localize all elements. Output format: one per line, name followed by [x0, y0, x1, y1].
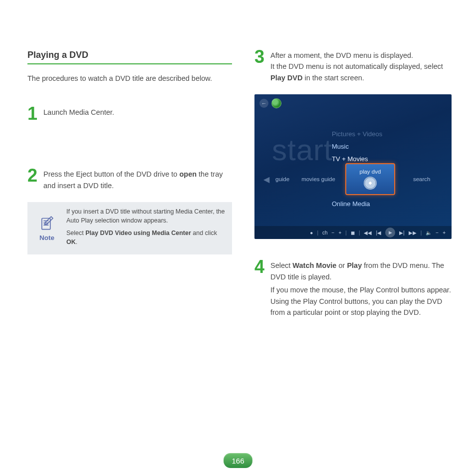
note-box: Note If you insert a DVD title without s…: [27, 202, 232, 254]
nav-movies-guide[interactable]: movies guide: [301, 176, 335, 182]
play-icon: ▶: [389, 230, 392, 235]
forward-button[interactable]: ▶▶: [409, 230, 417, 236]
play-dvd-tile[interactable]: play dvd: [345, 163, 395, 195]
prev-button[interactable]: |◀: [376, 230, 381, 236]
menu-music[interactable]: Music: [332, 143, 382, 150]
next-button[interactable]: ▶|: [399, 230, 405, 236]
note-pencil-icon: [38, 214, 55, 231]
step-2: 2 Press the Eject button of the DVD driv…: [27, 168, 232, 191]
text: If you move the mouse, the Play Control …: [270, 284, 454, 318]
text: Select: [270, 261, 292, 269]
bold: Play DVD Video using Media Center: [85, 230, 191, 237]
section-title: Playing a DVD: [27, 50, 232, 64]
step-text: After a moment, the DVD menu is displaye…: [270, 49, 454, 83]
play-button[interactable]: ▶: [385, 228, 395, 238]
note-text: If you insert a DVD title without starti…: [66, 207, 227, 225]
separator: |: [421, 230, 422, 236]
page-number: 166: [224, 453, 252, 468]
volume-icon[interactable]: 🔈: [426, 230, 432, 236]
text: It the DVD menu is not automatically dis…: [270, 62, 443, 70]
text: and click: [191, 230, 217, 237]
step-number: 2: [27, 168, 38, 184]
step-text: Press the Eject button of the DVD drive …: [43, 168, 232, 191]
stop-button[interactable]: ◼: [351, 230, 355, 236]
channel-label: ch: [322, 230, 328, 236]
bold: Play: [347, 261, 362, 269]
step-1: 1 Launch Media Center.: [27, 106, 232, 122]
vol-minus-button[interactable]: −: [436, 230, 439, 236]
bold: OK: [66, 238, 76, 245]
step-3: 3 After a moment, the DVD menu is displa…: [254, 49, 454, 83]
media-center-logo-icon: [271, 98, 281, 108]
start-watermark: start: [272, 133, 333, 167]
text: After a moment, the DVD menu is displaye…: [270, 51, 413, 59]
separator: |: [345, 230, 347, 236]
dvd-disc-icon: [364, 177, 377, 190]
text: in the start screen.: [302, 74, 364, 82]
step-number: 1: [27, 106, 38, 122]
ch-minus-button[interactable]: −: [332, 230, 335, 236]
nav-left-arrow-icon[interactable]: ◀: [263, 175, 269, 184]
nav-guide[interactable]: guide: [275, 176, 289, 182]
menu-pictures[interactable]: Pictures + Videos: [332, 130, 382, 138]
back-arrow-icon: ←: [261, 100, 267, 106]
bold: Play DVD: [270, 74, 302, 82]
separator: |: [359, 230, 360, 236]
ch-plus-button[interactable]: +: [338, 230, 341, 236]
nav-search[interactable]: search: [413, 176, 431, 182]
vol-plus-button[interactable]: +: [443, 230, 446, 236]
media-center-screenshot: ← start Pictures + Videos Music TV + Mov…: [254, 94, 452, 239]
svg-rect-0: [42, 218, 50, 229]
note-text: Select Play DVD Video using Media Center…: [66, 229, 227, 246]
bold: Watch Movie: [292, 261, 336, 269]
back-button[interactable]: ←: [259, 99, 268, 108]
separator: |: [317, 230, 318, 236]
text: or: [336, 261, 347, 269]
menu-online-media[interactable]: Online Media: [332, 200, 370, 208]
step-text: Select Watch Movie or Play from the DVD …: [270, 259, 454, 318]
step-number: 3: [254, 49, 265, 65]
lead-text: The procedures to watch a DVD title are …: [27, 73, 232, 84]
tile-label: play dvd: [359, 169, 381, 175]
text: .: [76, 238, 77, 245]
text: Select: [66, 230, 85, 237]
menu-tv-movies[interactable]: TV + Movies: [332, 155, 382, 163]
step-text: Launch Media Center.: [43, 106, 232, 118]
playback-controls: ● | ch − + | ◼ | ◀◀ |◀ ▶ ▶| ▶▶ | 🔈 − +: [254, 226, 452, 239]
rewind-button[interactable]: ◀◀: [364, 230, 372, 236]
bold: open: [179, 170, 197, 178]
text: Press the Eject button of the DVD drive …: [43, 170, 179, 178]
note-label: Note: [39, 233, 54, 243]
step-4: 4 Select Watch Movie or Play from the DV…: [254, 259, 454, 318]
step-number: 4: [254, 259, 265, 275]
